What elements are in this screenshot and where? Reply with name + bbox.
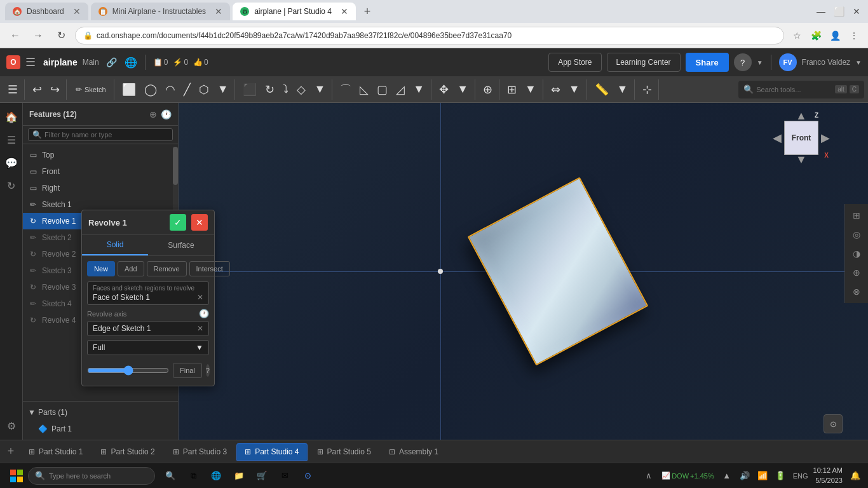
taskbar-search[interactable]: 🔍 Type here to search: [28, 467, 155, 485]
tray-expand-icon[interactable]: ∧: [641, 468, 656, 484]
dialog-op-new[interactable]: New: [87, 261, 115, 276]
arc-tool[interactable]: ◠: [161, 79, 179, 100]
more-options-icon[interactable]: ⋮: [846, 28, 862, 43]
system-clock[interactable]: 10:12 AM 5/5/2023: [813, 466, 843, 485]
dialog-angle-dropdown[interactable]: Full ▼: [87, 340, 209, 355]
close-button[interactable]: ✕: [850, 5, 863, 18]
orient-left-arrow[interactable]: ◀: [773, 131, 782, 145]
maximize-button[interactable]: ⬜: [832, 5, 845, 18]
dialog-tab-surface[interactable]: Surface: [148, 235, 214, 255]
globe-icon[interactable]: 🌐: [125, 57, 137, 69]
dialog-op-add[interactable]: Add: [118, 261, 144, 276]
more-mirror[interactable]: ▼: [565, 79, 584, 100]
dialog-face-field[interactable]: Faces and sketch regions to revolve Face…: [87, 281, 209, 305]
rectangle-tool[interactable]: ⬜: [118, 79, 140, 100]
share-button[interactable]: Share: [686, 53, 729, 72]
revolve-tool[interactable]: ↻: [261, 79, 278, 100]
more-3d[interactable]: ▼: [310, 79, 329, 100]
shell-tool[interactable]: ▢: [373, 79, 391, 100]
taskbar-icon-mail[interactable]: ✉: [275, 466, 295, 486]
dialog-op-remove[interactable]: Remove: [147, 261, 187, 276]
taskbar-icon-taskview[interactable]: ⧉: [183, 466, 203, 486]
axis-clear-button[interactable]: ✕: [197, 324, 203, 333]
more-shapes[interactable]: ▼: [214, 79, 233, 100]
axis-clock-icon[interactable]: 🕐: [199, 309, 209, 318]
search-tools-input[interactable]: [756, 86, 832, 93]
mirror-tool[interactable]: ⇔: [547, 79, 564, 100]
side-icon-3[interactable]: ◑: [848, 245, 865, 262]
feature-item-right[interactable]: ▭ Right: [23, 180, 173, 196]
filter-input[interactable]: [44, 131, 168, 139]
browser-tab-dashboard[interactable]: 🏠 Dashboard ✕: [5, 3, 88, 20]
search-tools[interactable]: 🔍 alt C: [738, 81, 864, 98]
taskbar-icon-store[interactable]: 🛒: [252, 466, 272, 486]
language-indicator[interactable]: ENG: [793, 472, 808, 480]
dialog-axis-field[interactable]: Edge of Sketch 1 ✕: [87, 321, 209, 336]
polygon-tool[interactable]: ⬡: [195, 79, 213, 100]
bottom-tab-part-studio-4[interactable]: ⊞ Part Studio 4: [236, 443, 307, 461]
side-icon-1[interactable]: ⊞: [848, 207, 865, 224]
sketch-tool[interactable]: ✏Sketch: [71, 79, 111, 100]
measure-tool[interactable]: 📏: [591, 79, 613, 100]
link-icon[interactable]: 🔗: [104, 55, 119, 70]
browser-tab-onshape[interactable]: ⚙ airplane | Part Studio 4 ✕: [233, 3, 356, 20]
profile-icon[interactable]: 👤: [827, 28, 843, 43]
dialog-confirm-button[interactable]: ✓: [170, 214, 186, 231]
circle-tool[interactable]: ◯: [140, 79, 161, 100]
loft-tool[interactable]: ◇: [293, 79, 309, 100]
select-tool[interactable]: ⊹: [639, 79, 656, 100]
side-icon-4[interactable]: ⊕: [848, 264, 865, 281]
address-input[interactable]: 🔒 cad.onshape.com/documents/f44b1dc20f54…: [75, 27, 784, 44]
pattern-tool[interactable]: ⊞: [503, 79, 520, 100]
bottom-tab-part-studio-3[interactable]: ⊞ Part Studio 3: [165, 443, 235, 461]
toolbar-badge-docs[interactable]: 📋 0: [153, 58, 168, 67]
forward-button[interactable]: →: [29, 27, 47, 44]
toolbar-badge-likes[interactable]: 👍 0: [193, 58, 208, 67]
learning-center-button[interactable]: Learning Center: [607, 53, 681, 72]
back-button[interactable]: ←: [6, 27, 24, 44]
part-item-1[interactable]: 🔷 Part 1: [23, 421, 178, 437]
hamburger-menu[interactable]: ☰: [25, 55, 36, 69]
notification-button[interactable]: 🔔: [848, 468, 863, 484]
taskbar-icon-search[interactable]: 🔍: [160, 466, 180, 486]
orient-down-arrow[interactable]: ▼: [796, 153, 807, 166]
orient-right-arrow[interactable]: ▶: [821, 131, 830, 145]
toolbar-item-list[interactable]: ☰: [4, 79, 22, 100]
tray-icon-volume[interactable]: 🔊: [737, 468, 752, 484]
sidebar-icon-features[interactable]: ☰: [3, 131, 20, 149]
panel-history-icon[interactable]: 🕐: [161, 109, 172, 119]
more-modify[interactable]: ▼: [409, 79, 428, 100]
user-avatar[interactable]: FV: [779, 53, 797, 71]
minimize-button[interactable]: —: [815, 5, 827, 18]
taskbar-icon-explorer[interactable]: 📁: [229, 466, 249, 486]
help-chevron[interactable]: ▼: [757, 59, 763, 66]
tray-icon-network-up[interactable]: ▲: [719, 468, 735, 484]
feature-item-top[interactable]: ▭ Top: [23, 147, 173, 163]
face-clear-button[interactable]: ✕: [197, 293, 203, 302]
tray-stock[interactable]: 📈 DOW +1.45%: [661, 471, 714, 480]
bookmark-icon[interactable]: ☆: [789, 28, 804, 43]
bottom-tab-part-studio-5[interactable]: ⊞ Part Studio 5: [309, 443, 379, 461]
bottom-tab-assembly-1[interactable]: ⊡ Assembly 1: [381, 443, 447, 461]
tray-icon-wifi[interactable]: 📶: [755, 468, 770, 484]
sidebar-icon-comments[interactable]: 💬: [3, 154, 20, 172]
bottom-tab-part-studio-1[interactable]: ⊞ Part Studio 1: [20, 443, 91, 461]
new-tab-button[interactable]: +: [358, 3, 376, 20]
panel-add-icon[interactable]: ⊕: [149, 109, 157, 119]
extensions-icon[interactable]: 🧩: [808, 28, 824, 43]
side-icon-5[interactable]: ⊗: [848, 283, 865, 301]
tab-close-dashboard[interactable]: ✕: [73, 6, 81, 17]
undo-button[interactable]: ↩: [29, 79, 46, 100]
dialog-tab-solid[interactable]: Solid: [82, 235, 148, 255]
start-button[interactable]: [5, 464, 28, 487]
fillet-tool[interactable]: ⌒: [336, 79, 355, 100]
bottom-tab-part-studio-2[interactable]: ⊞ Part Studio 2: [92, 443, 163, 461]
final-button[interactable]: Final: [173, 363, 202, 378]
viewport[interactable]: ▲ ▼ ◀ ▶ Front X Z ⊙ ⊞ ◎ ◑ ⊕ ⊗: [179, 103, 868, 440]
more-transform[interactable]: ▼: [453, 79, 472, 100]
reload-button[interactable]: ↻: [52, 27, 70, 44]
move-tool[interactable]: ✥: [435, 79, 452, 100]
boolean-tool[interactable]: ⊕: [479, 79, 496, 100]
tray-icon-battery[interactable]: 🔋: [773, 468, 788, 484]
taskbar-icon-edge[interactable]: 🌐: [206, 466, 226, 486]
